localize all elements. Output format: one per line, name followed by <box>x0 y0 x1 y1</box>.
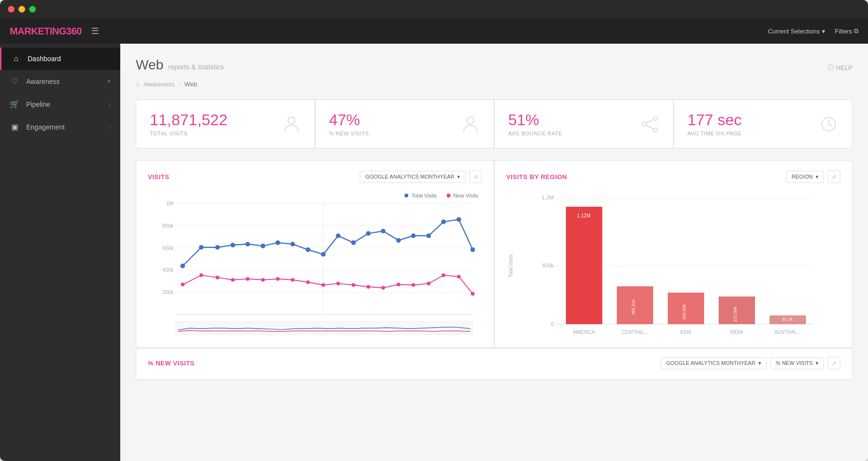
y-axis-label: Total Visits <box>506 191 515 341</box>
help-button[interactable]: ⓘ HELP <box>827 63 852 72</box>
svg-text:91.7k: 91.7k <box>782 317 793 322</box>
stat-value-time-on-page: 177 sec <box>688 112 742 129</box>
svg-text:AUSTRAL...: AUSTRAL... <box>774 329 801 335</box>
chevron-down-icon: ▾ <box>822 28 825 35</box>
main-content: Web reports & statistics ⓘ HELP ⌂ Awaren… <box>120 44 868 461</box>
chart-dot <box>261 244 266 248</box>
maximize-button[interactable] <box>29 6 36 13</box>
bottom-dropdown2[interactable]: % NEW VISITS ▾ <box>771 357 824 369</box>
legend-new-visits: New Visits <box>447 193 478 198</box>
chevron-down-icon-bottom1: ▾ <box>758 360 761 366</box>
titlebar <box>0 0 868 18</box>
region-chart-header: VISITS BY REGION REGION ▾ ⤢ <box>506 170 840 183</box>
chart-dot-new <box>427 282 431 286</box>
chevron-down-icon-visits: ▾ <box>457 174 460 180</box>
svg-text:365.21k: 365.21k <box>631 299 636 315</box>
page-header: Web reports & statistics ⓘ HELP <box>136 57 852 73</box>
svg-text:CENTRAL...: CENTRAL... <box>621 329 648 335</box>
chart-dot <box>411 233 416 238</box>
sidebar-item-awareness[interactable]: ♡ Awareness ▾ <box>0 70 120 93</box>
hamburger-button[interactable]: ☰ <box>91 26 99 36</box>
app-layout: ⌂ Dashboard ♡ Awareness ▾ 🛒 Pipeline ‹ ▣… <box>0 44 868 461</box>
chart-dot-new <box>337 282 340 286</box>
svg-text:0: 0 <box>551 321 554 327</box>
svg-line-6 <box>645 125 654 129</box>
person-icon-1 <box>282 115 301 134</box>
filters-label: Filters <box>835 28 852 35</box>
region-chart-title: VISITS BY REGION <box>506 173 567 181</box>
chevron-left-icon: ‹ <box>109 101 111 107</box>
region-chart: Total Visits 1.2M 600k 0 <box>506 191 840 341</box>
home-icon: ⌂ <box>11 54 21 63</box>
visits-expand-button[interactable]: ⤢ <box>469 170 482 183</box>
chart-dot <box>321 252 326 257</box>
chart-dot-new <box>412 283 416 287</box>
stat-card-bounce-rate: 51% AVG BOUNCE RATE <box>495 100 673 148</box>
region-svg-chart: 1.2M 600k 0 1.12M AMERICA <box>519 191 840 341</box>
svg-line-9 <box>829 124 833 126</box>
chart-dot-new <box>471 292 475 296</box>
new-visits-dot <box>447 194 450 198</box>
region-expand-button[interactable]: ⤢ <box>828 170 840 183</box>
chart-dot-new <box>381 286 385 290</box>
chart-dot <box>381 229 386 234</box>
breadcrumb-home-icon: ⌂ <box>136 81 140 88</box>
chart-dot <box>426 233 431 238</box>
chart-dot <box>180 263 185 268</box>
breadcrumb-awareness[interactable]: Awareness <box>144 81 175 88</box>
stat-label-time-on-page: AVG TIME ON PAGE <box>688 131 742 136</box>
chart-dot <box>199 245 204 250</box>
share-icon <box>640 115 659 134</box>
region-chart-card: VISITS BY REGION REGION ▾ ⤢ Total Visits <box>495 161 852 347</box>
current-selections-button[interactable]: Current Selections ▾ <box>768 28 825 35</box>
sidebar-item-label: Engagement <box>26 123 64 131</box>
grid-icon: ▣ <box>10 122 19 132</box>
svg-text:600k: 600k <box>542 263 554 268</box>
close-button[interactable] <box>8 6 15 13</box>
chart-dot <box>230 243 235 247</box>
sidebar-item-engagement[interactable]: ▣ Engagement ‹ <box>0 115 120 138</box>
bottom-expand-button[interactable]: ⤢ <box>828 357 840 369</box>
chevron-down-icon-bottom2: ▾ <box>816 360 819 366</box>
help-icon: ⓘ <box>827 63 834 72</box>
svg-text:1.2M: 1.2M <box>542 195 554 200</box>
svg-text:800k: 800k <box>162 223 174 229</box>
help-label: HELP <box>836 64 852 71</box>
svg-point-3 <box>642 122 646 126</box>
stat-card-new-visits: 47% % NEW VISITS <box>316 100 494 148</box>
svg-point-1 <box>467 117 474 124</box>
sidebar-item-dashboard[interactable]: ⌂ Dashboard <box>0 48 120 70</box>
stat-value-total-visits: 11,871,522 <box>150 112 227 129</box>
stat-value-bounce-rate: 51% <box>508 112 563 129</box>
region-dropdown-label: REGION <box>792 174 813 180</box>
region-dropdown[interactable]: REGION ▾ <box>787 171 824 183</box>
visits-chart-header: VISITS GOOGLE ANALYTICS MONTHYEAR ▾ ⤢ <box>148 170 482 183</box>
visits-chart-title: VISITS <box>148 173 169 181</box>
svg-point-0 <box>288 117 295 124</box>
page-subtitle: reports & statistics <box>168 63 224 71</box>
logo-text-suffix: 360 <box>66 26 82 36</box>
svg-text:400k: 400k <box>162 267 174 273</box>
chart-dot-new <box>291 278 295 282</box>
breadcrumb: ⌂ Awareness › Web <box>136 81 852 88</box>
chart-dot-new <box>261 278 265 282</box>
region-chart-controls: REGION ▾ ⤢ <box>787 170 840 183</box>
sidebar-item-label: Pipeline <box>26 100 50 108</box>
chart-dot <box>305 247 310 252</box>
bottom-dropdown1[interactable]: GOOGLE ANALYTICS MONTHYEAR ▾ <box>661 357 767 369</box>
chart-dot-new <box>199 273 203 277</box>
svg-line-5 <box>645 119 654 123</box>
bottom-chart-row: % NEW VISITS GOOGLE ANALYTICS MONTHYEAR … <box>136 348 852 379</box>
svg-text:272.06k: 272.06k <box>733 307 738 323</box>
svg-point-4 <box>654 128 658 132</box>
filters-button[interactable]: Filters ⧉ <box>835 27 858 35</box>
visits-dropdown[interactable]: GOOGLE ANALYTICS MONTHYEAR ▾ <box>360 171 466 183</box>
topnav: MARKETING360 ☰ Current Selections ▾ Filt… <box>0 18 868 44</box>
cart-icon: 🛒 <box>10 99 19 109</box>
sidebar-item-pipeline[interactable]: 🛒 Pipeline ‹ <box>0 93 120 115</box>
visits-legend: Total Visits New Visits <box>404 193 478 198</box>
minimize-button[interactable] <box>18 6 25 13</box>
chart-dot <box>470 247 475 252</box>
breadcrumb-separator: › <box>178 81 180 88</box>
visits-svg-chart: 1M 800k 600k 400k 200k 2014 2015 <box>148 191 482 341</box>
